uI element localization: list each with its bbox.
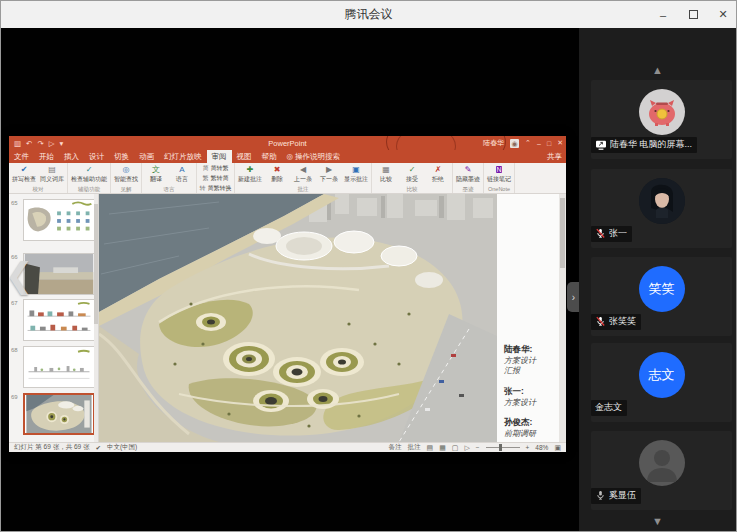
show-comments-button[interactable]: ▣ 显示批注 [343,165,369,184]
slide-thumbnail-67[interactable] [23,299,95,341]
slide-thumbnail-65[interactable] [23,199,95,241]
ppt-minimize-button[interactable]: – [537,140,541,147]
maximize-button[interactable] [686,9,700,21]
notes-button[interactable]: 备注 [389,443,402,452]
fit-slide-icon[interactable]: ▣ [554,444,561,452]
ribbon-group-ink: ✎ 隐藏墨迹 墨迹 [453,163,484,193]
participant-name: 金志文 [595,401,622,414]
zoom-slider[interactable] [486,447,520,448]
slide-credits-panel: 陆春华: 方案设计 汇报 张一: 方案设计 孙俊杰: 前期调研 [497,194,559,442]
slideshow-view-icon[interactable]: ▷ [464,444,469,452]
next-comment-button[interactable]: ▶ 下一条 [317,165,341,184]
accessibility-icon: ✓ [86,165,93,175]
thumbnails-scrollbar[interactable] [94,194,98,442]
slide-sorter-icon[interactable]: ▦ [439,444,446,452]
minimize-button[interactable]: – [656,9,670,21]
tab-view[interactable]: 视图 [232,150,257,163]
photo-portrait-avatar [639,178,685,224]
screen-share-icon [595,140,607,150]
ribbon-group-compare: ▦ 比较 ✓ 接受 ✗ 拒绝 比较 [372,163,453,193]
t2s-icon: 繁 [203,174,209,183]
participant-tile[interactable]: 笑笑 张笑笑 [591,257,732,336]
powerpoint-window: ▥ ↶ ↷ ▷ ▾ PowerPoint 陆春华 ◉ ⌃ – □ ✕ [9,136,566,452]
ribbon: ✔ 拼写检查 ▤ 同义词库 校对 [9,163,566,194]
hide-ink-button[interactable]: ✎ 隐藏墨迹 [455,165,481,184]
participant-tile[interactable]: 奚显伍 [591,431,732,510]
spell-check-icon: ✔ [21,165,28,175]
editor-scrollbar[interactable] [559,194,566,442]
avatar-initials: 笑笑 [649,280,675,298]
maximize-icon [689,10,698,19]
thesaurus-icon: ▤ [48,165,56,175]
tab-review[interactable]: 审阅 [207,150,232,163]
normal-view-icon[interactable]: ▤ [427,444,434,452]
shared-screen-area: ▥ ↶ ↷ ▷ ▾ PowerPoint 陆春华 ◉ ⌃ – □ ✕ [1,28,579,531]
mic-muted-icon [595,316,606,327]
silhouette-avatar [639,440,685,486]
tab-file[interactable]: 文件 [9,150,34,163]
compare-button[interactable]: ▦ 比较 [374,165,398,184]
traditional-to-simplified-button[interactable]: 繁 繁转简 [203,174,229,183]
zoom-percent[interactable]: 48% [535,444,548,451]
spell-check-button[interactable]: ✔ 拼写检查 [11,165,37,184]
slide-thumbnail-68[interactable] [23,346,95,388]
tab-transitions[interactable]: 切换 [109,150,134,163]
tab-insert[interactable]: 插入 [59,150,84,163]
scroll-down-arrow[interactable]: ▼ [579,515,736,527]
compare-icon: ▦ [382,165,390,175]
comments-button[interactable]: 批注 [408,443,421,452]
delete-comment-icon: ✖ [274,165,281,175]
language-button[interactable]: A 语言 [170,165,194,184]
slide-number: 67 [11,300,21,306]
accept-icon: ✓ [409,165,416,175]
ribbon-options-icon[interactable]: ⌃ [525,139,531,147]
scroll-up-arrow[interactable]: ▲ [579,64,736,76]
tab-home[interactable]: 开始 [34,150,59,163]
accept-button[interactable]: ✓ 接受 [400,165,424,184]
spellcheck-status-icon[interactable]: ✔ [96,444,101,452]
share-button[interactable]: 共享 [547,150,562,163]
tab-slideshow[interactable]: 幻灯片放映 [159,150,207,163]
slide-counter: 幻灯片 第 69 张，共 69 张 [14,443,90,452]
participant-tile-sharer[interactable]: 陆春华 电脑的屏幕... [591,80,732,159]
check-accessibility-button[interactable]: ✓ 检查辅助功能 [70,165,108,184]
smart-lookup-button[interactable]: ◎ 智能查找 [113,165,139,184]
delete-comment-button[interactable]: ✖ 删除 [265,165,289,184]
zoom-out-icon[interactable]: − [476,444,480,451]
zoom-in-icon[interactable]: + [526,444,530,451]
slide-thumbnail-69-selected[interactable] [23,393,95,435]
reading-view-icon[interactable]: ▢ [452,444,459,452]
ppt-close-button[interactable]: ✕ [557,139,563,147]
slide-canvas[interactable]: 陆春华: 方案设计 汇报 张一: 方案设计 孙俊杰: 前期调研 [99,194,559,442]
collapse-thumbnails-chevron-icon[interactable]: ❮ [9,252,34,298]
tab-help[interactable]: 帮助 [257,150,282,163]
account-avatar[interactable]: ◉ [510,139,519,148]
ribbon-group-language: 文 翻译 A 语言 语言 [142,163,197,193]
tell-me-search[interactable]: ◎ 操作说明搜索 [282,150,346,163]
account-name[interactable]: 陆春华 [483,138,504,148]
tab-animations[interactable]: 动画 [134,150,159,163]
participant-name: 张一 [609,227,627,240]
linked-notes-button[interactable]: N 链接笔记 [486,165,512,184]
reject-button[interactable]: ✗ 拒绝 [426,165,450,184]
convert-icon: 转 [200,184,206,193]
simplified-to-traditional-button[interactable]: 简 简转繁 [203,164,229,173]
language-status[interactable]: 中文(中国) [107,443,137,452]
ppt-restore-button[interactable]: □ [547,140,551,147]
translate-button[interactable]: 文 翻译 [144,165,168,184]
participant-name: 张笑笑 [609,315,636,328]
close-button[interactable]: ✕ [716,8,730,21]
new-comment-button[interactable]: ✚ 新建批注 [237,165,263,184]
participants-sidebar: ▲ [579,28,736,531]
tab-design[interactable]: 设计 [84,150,109,163]
previous-comment-button[interactable]: ◀ 上一条 [291,165,315,184]
participant-tile[interactable]: 志文 金志文 [591,343,732,422]
credit-role: 前期调研 [504,429,554,439]
new-comment-icon: ✚ [247,165,254,175]
thesaurus-button[interactable]: ▤ 同义词库 [39,165,65,184]
slide-thumbnail-panel: 65 66 67 68 69 [9,194,99,442]
translate-icon: 文 [152,165,160,175]
previous-comment-icon: ◀ [300,165,306,175]
participant-tile[interactable]: 张一 [591,169,732,248]
convert-button[interactable]: 转 简繁转换 [200,184,232,193]
